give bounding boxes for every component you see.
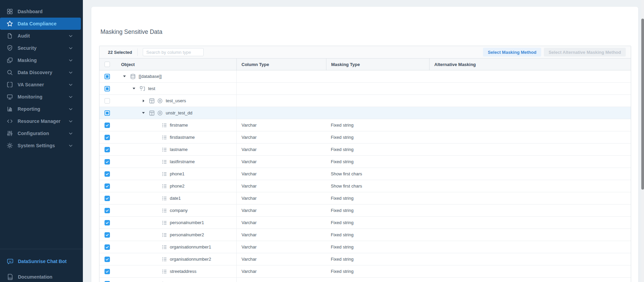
row-checkbox[interactable] (105, 86, 110, 91)
eye-icon[interactable] (157, 98, 163, 104)
column-type-cell: Varchar (236, 131, 326, 143)
row-checkbox[interactable] (105, 269, 110, 274)
page-title: Masking Sensitive Data (100, 28, 162, 36)
table-row[interactable]: firstlastname Varchar Fixed string (99, 131, 631, 144)
row-checkbox[interactable] (105, 123, 110, 128)
sidebar-item-va-scanner[interactable]: VA Scanner (0, 79, 83, 91)
select-all-checkbox[interactable] (105, 62, 110, 67)
column-list-icon (162, 183, 167, 189)
table-row[interactable]: test_users (99, 95, 631, 107)
sidebar-item-data-discovery[interactable]: Data Discovery (0, 66, 83, 79)
row-checkbox[interactable] (105, 220, 110, 225)
row-checkbox[interactable] (105, 183, 110, 189)
column-list-icon (162, 171, 167, 177)
row-checkbox[interactable] (105, 208, 110, 213)
select-masking-method-button[interactable]: Select Masking Method (483, 48, 541, 57)
table-row[interactable]: lastfirstname Varchar Fixed string (99, 156, 631, 168)
row-checkbox[interactable] (105, 98, 110, 104)
table-row[interactable]: test (99, 83, 631, 95)
check-icon (105, 221, 109, 225)
sidebar-item-resource-manager[interactable]: Resource Manager (0, 115, 83, 127)
header-alternative-masking: Alternative Masking (429, 59, 631, 70)
chevron-down-icon (69, 71, 72, 74)
row-checkbox[interactable] (105, 244, 110, 250)
doc-file-icon: DOC (6, 273, 14, 281)
table-row[interactable]: firstname Varchar Fixed string (99, 119, 631, 131)
sidebar-item-security[interactable]: Security (0, 42, 83, 54)
check-icon (105, 135, 109, 139)
row-checkbox[interactable] (105, 196, 110, 201)
row-checkbox[interactable] (105, 74, 110, 79)
sidebar-item-audit[interactable]: Audit (0, 30, 83, 42)
alternative-masking-cell (429, 83, 631, 94)
table-row[interactable]: city Varchar Fixed string (99, 278, 631, 282)
masking-type-cell (326, 83, 429, 94)
row-checkbox[interactable] (105, 257, 110, 262)
row-checkbox[interactable] (105, 171, 110, 177)
column-name: streetaddress (170, 269, 197, 274)
expand-caret-icon[interactable] (123, 75, 126, 77)
column-type-cell: Varchar (236, 278, 326, 282)
table-row[interactable]: organisationnumber1 Varchar Fixed string (99, 241, 631, 253)
search-input[interactable] (143, 48, 204, 56)
row-checkbox[interactable] (105, 159, 110, 165)
column-name: personalnumber1 (170, 220, 204, 225)
check-icon (105, 245, 109, 249)
sidebar-item-monitoring[interactable]: Monitoring (0, 91, 83, 103)
check-icon (105, 209, 109, 213)
sidebar-item-masking[interactable]: Masking (0, 54, 83, 66)
table-row[interactable]: unstr_test_dd (99, 107, 631, 119)
object-name: test_users (166, 98, 186, 103)
table-toolbar: 22 Selected Select Masking Method Select… (99, 46, 631, 58)
table-row[interactable]: phone1 Varchar Show first chars (99, 168, 631, 180)
chevron-down-icon (69, 120, 72, 123)
table-row[interactable]: lastname Varchar Fixed string (99, 144, 631, 156)
column-type-cell: Varchar (236, 180, 326, 192)
expand-caret-icon[interactable] (142, 112, 145, 114)
column-name: organisationnumber2 (170, 257, 211, 262)
row-checkbox[interactable] (105, 281, 110, 282)
masking-type-cell: Fixed string (326, 119, 429, 131)
schema-icon (139, 86, 145, 92)
row-checkbox[interactable] (105, 232, 110, 238)
database-icon (130, 73, 136, 80)
column-list-icon (162, 269, 167, 274)
row-checkbox[interactable] (105, 147, 110, 152)
alternative-masking-cell (429, 265, 631, 277)
scrollbar-thumb[interactable] (641, 19, 644, 190)
table-row[interactable]: [[database]] (99, 70, 631, 83)
eye-icon[interactable] (157, 110, 163, 116)
row-checkbox[interactable] (105, 110, 110, 116)
alternative-masking-cell (429, 180, 631, 192)
expand-caret-icon[interactable] (132, 88, 136, 89)
alternative-masking-cell (429, 241, 631, 253)
table-row[interactable]: streetaddress Varchar Fixed string (99, 265, 631, 278)
copy-icon (6, 57, 13, 64)
sidebar-item-configuration[interactable]: Configuration (0, 127, 83, 139)
sidebar: Dashboard Data Compliance Audit Security… (0, 0, 83, 282)
check-icon (105, 160, 109, 164)
select-alternative-masking-method-button[interactable]: Select Alternative Masking Method (544, 48, 626, 57)
table-icon (149, 98, 155, 104)
chat-bubble-icon (6, 258, 14, 265)
alternative-masking-cell (429, 156, 631, 168)
masking-type-cell: Show first chars (326, 180, 429, 192)
table-row[interactable]: phone2 Varchar Show first chars (99, 180, 631, 192)
chart-icon (6, 106, 13, 112)
column-name: firstname (170, 123, 188, 128)
sidebar-item-reporting[interactable]: Reporting (0, 103, 83, 115)
document-icon (6, 32, 13, 39)
expand-caret-icon[interactable] (142, 100, 145, 102)
row-checkbox[interactable] (105, 135, 110, 140)
sidebar-item-system-settings[interactable]: System Settings (0, 139, 83, 152)
sidebar-item-chat-bot[interactable]: DataSunrise Chat Bot (0, 255, 83, 267)
table-row[interactable]: personalnumber2 Varchar Fixed string (99, 229, 631, 241)
table-row[interactable]: personalnumber1 Varchar Fixed string (99, 217, 631, 229)
sidebar-item-documentation[interactable]: DOC Documentation (0, 271, 83, 282)
table-row[interactable]: company Varchar Fixed string (99, 204, 631, 217)
table-row[interactable]: organisationnumber2 Varchar Fixed string (99, 253, 631, 265)
sidebar-item-dashboard[interactable]: Dashboard (0, 5, 83, 18)
column-type-cell: Varchar (236, 229, 326, 241)
table-row[interactable]: date1 Varchar Fixed string (99, 192, 631, 204)
sidebar-item-data-compliance[interactable]: Data Compliance (0, 18, 81, 30)
